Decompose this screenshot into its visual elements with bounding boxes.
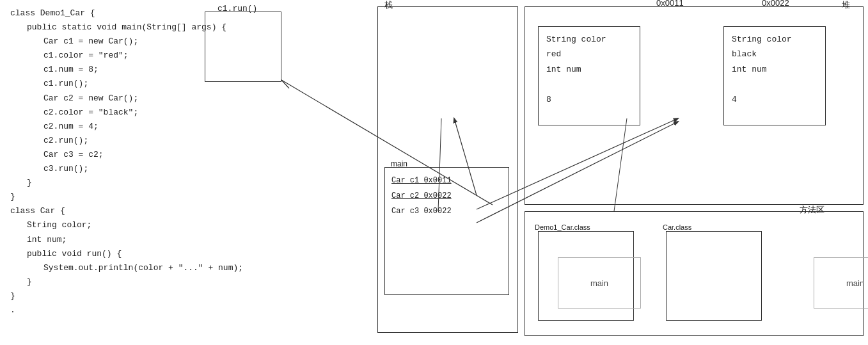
svg-line-6 — [281, 80, 289, 88]
code-line-7: Car c2 = new Car(); — [10, 92, 258, 106]
obj2-line1: String color — [732, 32, 817, 47]
code-line-17: int num; — [10, 233, 258, 247]
stack-main-frame: Car c1 0x0011 Car c2 0x0022 Car c3 0x002… — [384, 167, 509, 295]
heap-object-2: String color black int num 4 — [723, 26, 826, 125]
stack-box: 栈 main Car c1 0x0011 Car c2 0x0022 Car c… — [377, 6, 518, 333]
code-line-14: } — [10, 190, 258, 204]
diagram-panel: 栈 main Car c1 0x0011 Car c2 0x0022 Car c… — [377, 0, 868, 345]
method-area-box: 方法区 Demo1_Car.class main Car.class main — [525, 211, 864, 336]
code-line-11: Car c3 = c2; — [10, 148, 258, 162]
code-line-19: System.out.println(color + "..." + num); — [10, 261, 258, 275]
method-car-box: main — [666, 231, 762, 321]
stack-c2: Car c2 0x0022 — [391, 188, 502, 204]
addr-0011-label: 0x0011 — [656, 0, 684, 8]
heap-box: 堆 0x0011 0x0022 String color red int num… — [525, 6, 864, 205]
stack-label: 栈 — [384, 0, 393, 11]
c1run-label: c1.run() — [217, 4, 257, 13]
method-demo-label: Demo1_Car.class — [535, 223, 590, 231]
code-line-20: } — [10, 275, 258, 289]
stack-c3: Car c3 0x0022 — [391, 204, 502, 219]
obj2-line3: int num — [732, 62, 817, 77]
method-demo-box: main — [538, 231, 634, 321]
addr-0022-label: 0x0022 — [762, 0, 789, 8]
code-line-8: c2.color = "black"; — [10, 106, 258, 120]
obj2-line5: 4 — [732, 92, 817, 107]
code-line-16: String color; — [10, 218, 258, 232]
obj1-line3: int num — [546, 62, 632, 77]
code-line-12: c3.run(); — [10, 162, 258, 176]
code-line-15: class Car { — [10, 204, 258, 218]
method-main-inner: main — [558, 257, 641, 309]
method-car-label: Car.class — [663, 223, 691, 231]
obj1-line4 — [546, 77, 632, 92]
code-line-9: c2.num = 4; — [10, 120, 258, 134]
code-line-18: public void run() { — [10, 247, 258, 261]
c1run-box — [205, 12, 281, 82]
code-line-13: } — [10, 176, 258, 190]
code-line-21: } — [10, 289, 258, 303]
obj1-line1: String color — [546, 32, 632, 47]
method-run-inner: main — [814, 257, 868, 309]
heap-label: 堆 — [842, 0, 850, 11]
obj2-line2: black — [732, 47, 817, 61]
obj2-line4 — [732, 77, 817, 92]
obj1-line5: 8 — [546, 92, 632, 107]
obj1-line2: red — [546, 47, 632, 61]
heap-object-1: String color red int num 8 — [538, 26, 640, 125]
stack-c1: Car c1 0x0011 — [391, 173, 502, 188]
code-line-22: . — [10, 303, 258, 317]
code-line-10: c2.run(); — [10, 134, 258, 148]
method-area-label: 方法区 — [800, 204, 825, 216]
